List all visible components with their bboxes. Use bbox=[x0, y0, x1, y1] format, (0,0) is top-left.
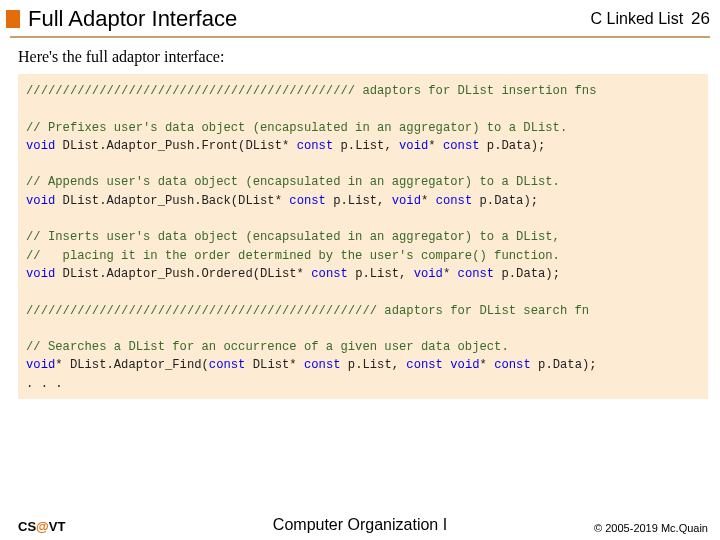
title-marker-icon bbox=[6, 10, 20, 28]
code-text: p.List, bbox=[348, 267, 414, 281]
footer-right: © 2005-2019 Mc.Quain bbox=[594, 522, 708, 534]
code-comment: // Inserts user's data object (encapsula… bbox=[26, 230, 560, 244]
slide-title: Full Adaptor Interface bbox=[28, 6, 237, 32]
code-comment: ////////////////////////////////////////… bbox=[26, 84, 596, 98]
code-kw: const bbox=[443, 139, 480, 153]
code-text: * bbox=[480, 358, 495, 372]
code-kw: void bbox=[26, 358, 55, 372]
code-kw: void bbox=[414, 267, 443, 281]
code-text: p.List, bbox=[326, 194, 392, 208]
code-text: p.List, bbox=[341, 358, 407, 372]
code-text: * bbox=[443, 267, 458, 281]
code-text: p.Data); bbox=[480, 139, 546, 153]
course-tag: C Linked List bbox=[591, 10, 684, 28]
code-kw: void bbox=[450, 358, 479, 372]
footer-left-pre: CS bbox=[18, 519, 36, 534]
footer: CS@VT Computer Organization I © 2005-201… bbox=[0, 513, 720, 540]
footer-left-at: @ bbox=[36, 519, 49, 534]
code-kw: const bbox=[297, 139, 334, 153]
code-kw: const bbox=[304, 358, 341, 372]
code-kw: void bbox=[26, 267, 55, 281]
code-text: . . . bbox=[26, 377, 63, 391]
slide-root: Full Adaptor Interface C Linked List 26 … bbox=[0, 0, 720, 540]
code-comment: // Searches a DList for an occurrence of… bbox=[26, 340, 509, 354]
code-text: * bbox=[428, 139, 443, 153]
code-kw: const bbox=[494, 358, 531, 372]
code-comment: // placing it in the order determined by… bbox=[26, 249, 560, 263]
code-text: DList.Adaptor_Push.Ordered(DList* bbox=[55, 267, 311, 281]
code-comment: ////////////////////////////////////////… bbox=[26, 304, 589, 318]
header-right: C Linked List 26 bbox=[591, 9, 710, 29]
footer-left-post: VT bbox=[49, 519, 66, 534]
code-kw: void bbox=[26, 194, 55, 208]
code-kw: void bbox=[26, 139, 55, 153]
code-text: * bbox=[421, 194, 436, 208]
code-text: p.Data); bbox=[472, 194, 538, 208]
intro-text: Here's the full adaptor interface: bbox=[18, 48, 708, 66]
code-kw: void bbox=[392, 194, 421, 208]
footer-left: CS@VT bbox=[18, 519, 65, 534]
code-block: ////////////////////////////////////////… bbox=[18, 74, 708, 399]
code-text: * DList.Adaptor_Find( bbox=[55, 358, 209, 372]
code-text: p.Data); bbox=[494, 267, 560, 281]
title-bar: Full Adaptor Interface C Linked List 26 bbox=[0, 0, 720, 36]
code-text: DList* bbox=[245, 358, 304, 372]
code-text: p.Data); bbox=[531, 358, 597, 372]
code-kw: const bbox=[406, 358, 443, 372]
code-kw: void bbox=[399, 139, 428, 153]
code-kw: const bbox=[311, 267, 348, 281]
slide-number: 26 bbox=[691, 9, 710, 29]
code-text: DList.Adaptor_Push.Back(DList* bbox=[55, 194, 289, 208]
code-kw: const bbox=[289, 194, 326, 208]
code-comment: // Prefixes user's data object (encapsul… bbox=[26, 121, 567, 135]
code-text: DList.Adaptor_Push.Front(DList* bbox=[55, 139, 296, 153]
code-text: p.List, bbox=[333, 139, 399, 153]
code-kw: const bbox=[209, 358, 246, 372]
footer-center: Computer Organization I bbox=[273, 516, 447, 534]
code-comment: // Appends user's data object (encapsula… bbox=[26, 175, 560, 189]
slide-body: Here's the full adaptor interface: /////… bbox=[0, 44, 720, 513]
header-rule bbox=[10, 36, 710, 38]
code-kw: const bbox=[436, 194, 473, 208]
code-kw: const bbox=[458, 267, 495, 281]
